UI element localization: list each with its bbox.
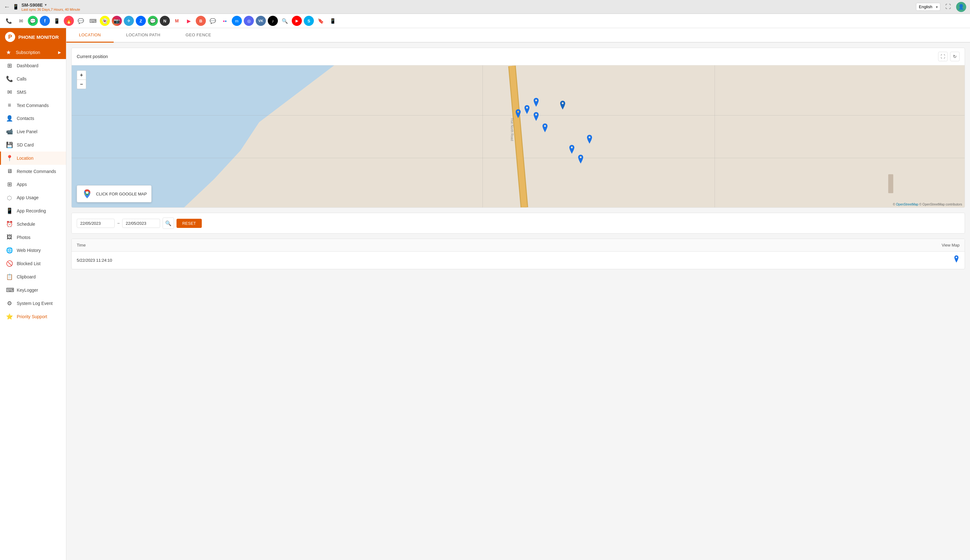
snapchat-icon[interactable]: 👻 xyxy=(100,16,110,26)
flickr-icon[interactable]: ●● xyxy=(220,16,230,26)
map-container[interactable]: True North Road + − xyxy=(72,65,965,207)
sidebar-item-remote-commands[interactable]: 🖥 Remote Commands xyxy=(0,165,66,178)
sidebar-item-app-recording[interactable]: 📱 App Recording xyxy=(0,204,66,217)
app-recording-icon: 📱 xyxy=(6,207,13,214)
sidebar-item-app-usage[interactable]: ◌ App Usage xyxy=(0,191,66,204)
remote-commands-icon: 🖥 xyxy=(6,168,13,175)
sidebar-item-sd-card[interactable]: 💾 SD Card xyxy=(0,138,66,152)
telegram-icon[interactable]: ✈ xyxy=(124,16,134,26)
language-selector[interactable]: English xyxy=(916,3,940,11)
logo-text: PHONE MONITOR xyxy=(18,34,59,40)
view-map-pin-icon[interactable] xyxy=(953,258,960,265)
notion-icon[interactable]: N xyxy=(160,16,170,26)
tinder-icon[interactable]: 🔥 xyxy=(64,16,74,26)
map-pin-3[interactable] xyxy=(532,112,540,122)
web-history-icon: 🌐 xyxy=(6,247,13,254)
sidebar-item-blocked-list[interactable]: 🚫 Blocked List xyxy=(0,257,66,270)
search-button[interactable]: 🔍 xyxy=(163,217,174,229)
map-pin-4[interactable] xyxy=(514,109,522,119)
wechat-icon[interactable]: 💬 xyxy=(76,16,86,26)
map-pin-6[interactable] xyxy=(541,123,549,133)
osm-link[interactable]: OpenStreetMap xyxy=(896,203,918,206)
search-icon[interactable]: 🔍 xyxy=(280,16,290,26)
sidebar-item-contacts[interactable]: 👤 Contacts xyxy=(0,112,66,125)
clipboard-icon: 📋 xyxy=(6,273,13,280)
map-fullscreen-button[interactable]: ⛶ xyxy=(938,52,948,61)
hangouts-icon[interactable]: 💬 xyxy=(208,16,218,26)
sidebar-item-priority-support[interactable]: ⭐ Priority Support xyxy=(0,310,66,323)
tab-location[interactable]: LOCATION xyxy=(66,28,114,43)
badoo-icon[interactable]: B xyxy=(196,16,206,26)
zalo-icon[interactable]: Z xyxy=(136,16,146,26)
google-map-button[interactable]: CLICK FOR GOOGLE MAP xyxy=(77,185,152,202)
discord-icon[interactable]: ◎ xyxy=(244,16,254,26)
bookmark-icon[interactable]: 🔖 xyxy=(316,16,326,26)
zoom-out-button[interactable]: − xyxy=(77,80,86,89)
sidebar-item-subscription[interactable]: ★ Subscription ▶ xyxy=(0,46,66,59)
live-panel-icon: 📹 xyxy=(6,128,13,135)
instagram-icon[interactable]: 📷 xyxy=(112,16,122,26)
date-separator: − xyxy=(117,221,120,226)
sidebar-item-live-panel[interactable]: 📹 Live Panel xyxy=(0,125,66,138)
map-refresh-button[interactable]: ↻ xyxy=(950,52,960,61)
map-pin-9[interactable] xyxy=(577,155,585,165)
sidebar-item-web-history[interactable]: 🌐 Web History xyxy=(0,244,66,257)
back-button[interactable]: ← xyxy=(4,3,10,10)
col-viewmap-header: View Map xyxy=(922,243,960,247)
calls-icon: 📞 xyxy=(6,75,13,82)
sidebar-item-text-commands[interactable]: ≡ Text Commands xyxy=(0,99,66,112)
map-pin-5[interactable] xyxy=(559,101,567,111)
date-to-input[interactable] xyxy=(122,219,160,228)
sidebar-item-clipboard[interactable]: 📋 Clipboard xyxy=(0,270,66,283)
skype-icon[interactable]: S xyxy=(304,16,314,26)
device-name-label: SM-S908E xyxy=(22,3,43,8)
sidebar-item-label: Calls xyxy=(17,77,27,82)
sidebar-item-label: SMS xyxy=(17,90,26,95)
map-pin-1[interactable] xyxy=(532,98,540,108)
tab-location-path[interactable]: LOCATION PATH xyxy=(114,28,173,43)
email-icon[interactable]: ✉ xyxy=(16,16,26,26)
map-pin-8[interactable] xyxy=(568,145,576,155)
sidebar-item-label: Location xyxy=(17,156,33,161)
map-pin-7[interactable] xyxy=(586,135,593,145)
device-dropdown-icon[interactable]: ▼ xyxy=(44,3,47,7)
youtube-icon[interactable]: ▶ xyxy=(292,16,302,26)
sidebar-item-schedule[interactable]: ⏰ Schedule xyxy=(0,217,66,231)
sidebar-item-dashboard[interactable]: ⊞ Dashboard xyxy=(0,59,66,72)
text-commands-icon: ≡ xyxy=(6,102,13,108)
likee-icon[interactable]: ▶ xyxy=(184,16,194,26)
map-zoom-controls: + − xyxy=(77,70,86,89)
date-from-input[interactable] xyxy=(77,219,115,228)
sidebar-item-keylogger[interactable]: ⌨ KeyLogger xyxy=(0,283,66,297)
user-avatar[interactable]: 👤 xyxy=(956,2,966,12)
google-maps-icon xyxy=(82,188,93,200)
sidebar-item-label: SD Card xyxy=(17,142,34,147)
sidebar-item-calls[interactable]: 📞 Calls xyxy=(0,72,66,85)
imessage-icon[interactable]: 💬 xyxy=(148,16,158,26)
fullscreen-button[interactable]: ⛶ xyxy=(945,3,951,10)
sidebar-item-system-log[interactable]: ⚙ System Log Event xyxy=(0,297,66,310)
sidebar-item-label: Web History xyxy=(17,248,41,253)
zoom-in-button[interactable]: + xyxy=(77,71,86,80)
sidebar-item-location[interactable]: 📍 Location xyxy=(0,152,66,165)
phone2-icon[interactable]: 📱 xyxy=(328,16,338,26)
sidebar-item-apps[interactable]: ⊞ Apps xyxy=(0,178,66,191)
tab-geo-fence[interactable]: GEO FENCE xyxy=(173,28,224,43)
app-icon-toolbar: 📞 ✉ 💬 f 📱 🔥 💬 ⌨ 👻 📷 ✈ Z 💬 N M ▶ B 💬 ●● m… xyxy=(0,14,970,28)
language-dropdown[interactable]: English xyxy=(916,3,940,11)
phone-icon[interactable]: 📞 xyxy=(4,16,14,26)
facebook-icon[interactable]: f xyxy=(40,16,50,26)
tiktok-icon[interactable]: ♪ xyxy=(268,16,278,26)
whatsapp-icon[interactable]: 💬 xyxy=(28,16,38,26)
sidebar-item-photos[interactable]: 🖼 Photos xyxy=(0,231,66,244)
viber-icon[interactable]: 📱 xyxy=(52,16,62,26)
sidebar: P PHONE MONITOR ★ Subscription ▶ ⊞ Dashb… xyxy=(0,28,66,560)
messenger-icon[interactable]: m xyxy=(232,16,242,26)
map-pin-2[interactable] xyxy=(523,105,531,115)
gmail-icon[interactable]: M xyxy=(172,16,182,26)
keyboard-icon[interactable]: ⌨ xyxy=(88,16,98,26)
vk-icon[interactable]: VK xyxy=(256,16,266,26)
reset-button[interactable]: RESET xyxy=(177,219,202,228)
sidebar-item-label: Remote Commands xyxy=(17,169,56,174)
sidebar-item-sms[interactable]: ✉ SMS xyxy=(0,85,66,99)
